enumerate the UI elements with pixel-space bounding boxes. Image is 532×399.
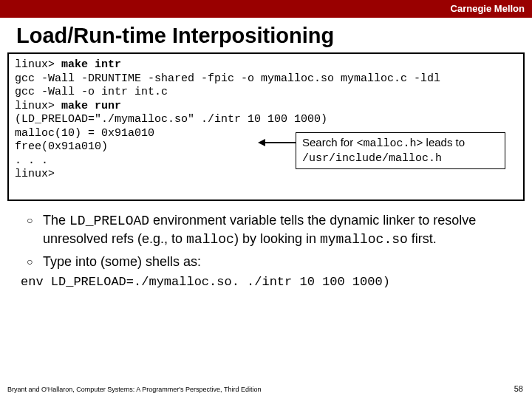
code-line-2: gcc -Wall -DRUNTIME -shared -fpic -o mym… [15,72,440,85]
callout-arrow [264,142,296,143]
code-line-3: gcc -Wall -o intr int.c [15,86,168,98]
code-line-1: linux> make intr [15,58,121,71]
env-command-line: env LD_PRELOAD=./mymalloc.so. ./intr 10 … [21,275,532,289]
page-number: 58 [514,384,523,393]
callout-mono-2: /usr/include/malloc.h [302,152,442,165]
bullet-item-1: ○ The LD_PRELOAD environment variable te… [27,211,517,248]
bullet-text-1: The LD_PRELOAD environment variable tell… [43,211,517,248]
slide-title: Load/Run-time Interpositioning [0,18,532,52]
brand-bar: Carnegie Mellon [0,0,532,18]
bullet-icon: ○ [27,211,43,248]
bullet-text-2: Type into (some) shells as: [43,253,201,270]
code-line-5: (LD_PRELOAD="./mymalloc.so" ./intr 10 10… [15,113,327,126]
bullet-icon: ○ [27,253,43,270]
code-line-7: free(0x91a010) [15,140,108,153]
code-line-6: malloc(10) = 0x91a010 [15,127,154,140]
bullet-list: ○ The LD_PRELOAD environment variable te… [27,211,517,270]
code-line-4: linux> make runr [15,100,121,112]
callout-mono-1: <malloc.h> [356,137,423,150]
callout-text-mid: leads to [423,136,465,149]
code-line-9: linux> [15,168,55,180]
code-line-8: . . . [15,154,48,167]
callout-text-pre: Search for [302,136,356,149]
terminal-code-box: linux> make intr gcc -Wall -DRUNTIME -sh… [7,52,525,201]
bullet-item-2: ○ Type into (some) shells as: [27,253,517,270]
callout-box: Search for <malloc.h> leads to /usr/incl… [296,132,505,169]
footer-citation: Bryant and O'Hallaron, Computer Systems:… [7,386,261,393]
brand-text: Carnegie Mellon [451,3,525,14]
